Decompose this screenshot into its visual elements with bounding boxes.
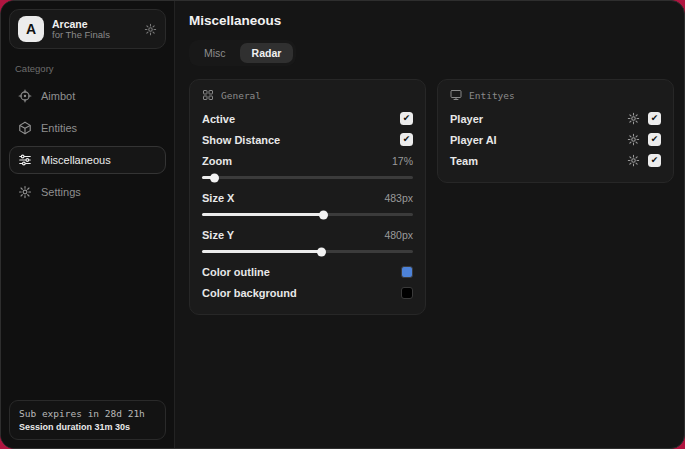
- setting-row-show-distance: Show Distance ✔: [202, 129, 413, 150]
- page-title: Miscellaneous: [189, 13, 674, 28]
- size-y-slider[interactable]: [202, 250, 413, 253]
- check-icon: ✔: [651, 114, 659, 123]
- sidebar-item-label: Aimbot: [41, 90, 75, 102]
- entities-panel-header: Entityes: [450, 89, 661, 101]
- setting-label: Size Y: [202, 229, 234, 241]
- zoom-slider[interactable]: [202, 176, 413, 179]
- setting-label: Active: [202, 113, 235, 125]
- grid-icon: [202, 89, 214, 101]
- sidebar: A Arcane for The Finals Category Aimbot: [1, 1, 175, 448]
- size-x-slider[interactable]: [202, 213, 413, 216]
- setting-label: Color outline: [202, 266, 270, 278]
- setting-row-color-outline: Color outline: [202, 261, 413, 282]
- general-panel-header: General: [202, 89, 413, 101]
- general-panel: General Active ✔ Show Distance ✔ Zoom: [189, 79, 426, 315]
- setting-label: Color background: [202, 287, 297, 299]
- app-logo: A: [18, 16, 44, 42]
- show-distance-checkbox[interactable]: ✔: [400, 133, 413, 146]
- tab-misc[interactable]: Misc: [192, 43, 238, 63]
- setting-label: Show Distance: [202, 134, 280, 146]
- setting-row-active: Active ✔: [202, 108, 413, 129]
- color-outline-swatch[interactable]: [401, 266, 413, 278]
- entity-controls: ✔: [627, 133, 661, 146]
- setting-row-size-y: Size Y 480px: [202, 224, 413, 245]
- tab-group: Misc Radar: [189, 40, 296, 66]
- check-icon: ✔: [651, 156, 659, 165]
- gear-icon[interactable]: [627, 154, 640, 167]
- entities-panel-title: Entityes: [469, 90, 515, 101]
- entity-controls: ✔: [627, 154, 661, 167]
- tab-radar[interactable]: Radar: [240, 43, 294, 63]
- crosshair-icon: [18, 89, 32, 103]
- player-checkbox[interactable]: ✔: [648, 112, 661, 125]
- entity-controls: ✔: [627, 112, 661, 125]
- check-icon: ✔: [403, 135, 411, 144]
- entity-label: Team: [450, 155, 478, 167]
- color-background-swatch[interactable]: [401, 287, 413, 299]
- slider-fill: [202, 176, 215, 179]
- slider-thumb[interactable]: [317, 247, 326, 256]
- active-checkbox[interactable]: ✔: [400, 112, 413, 125]
- setting-row-zoom: Zoom 17%: [202, 150, 413, 171]
- entity-label: Player: [450, 113, 483, 125]
- player-ai-checkbox[interactable]: ✔: [648, 133, 661, 146]
- app-subtitle: for The Finals: [52, 30, 136, 41]
- main-content: Miscellaneous Misc Radar General Active: [175, 1, 685, 448]
- team-checkbox[interactable]: ✔: [648, 154, 661, 167]
- cube-icon: [18, 121, 32, 135]
- size-y-value: 480px: [384, 229, 413, 241]
- app-name: Arcane: [52, 18, 136, 30]
- app-window: A Arcane for The Finals Category Aimbot: [0, 0, 685, 449]
- zoom-value: 17%: [392, 155, 413, 167]
- category-label: Category: [15, 63, 160, 74]
- sliders-icon: [18, 153, 32, 167]
- app-meta: Arcane for The Finals: [52, 18, 136, 41]
- app-header-card: A Arcane for The Finals: [9, 9, 166, 49]
- sidebar-item-miscellaneous[interactable]: Miscellaneous: [9, 146, 166, 174]
- sidebar-item-label: Entities: [41, 122, 77, 134]
- gear-icon[interactable]: [627, 112, 640, 125]
- setting-row-color-background: Color background: [202, 282, 413, 303]
- size-x-value: 483px: [384, 192, 413, 204]
- slider-fill: [202, 213, 324, 216]
- entity-row-team: Team ✔: [450, 150, 661, 171]
- sidebar-item-settings[interactable]: Settings: [9, 178, 166, 206]
- sidebar-spacer: [9, 208, 166, 400]
- sidebar-item-label: Miscellaneous: [41, 154, 111, 166]
- session-duration-text: Session duration 31m 30s: [19, 422, 156, 432]
- setting-label: Size X: [202, 192, 234, 204]
- sidebar-item-label: Settings: [41, 186, 81, 198]
- entity-row-player: Player ✔: [450, 108, 661, 129]
- gear-icon: [18, 185, 32, 199]
- panels: General Active ✔ Show Distance ✔ Zoom: [189, 79, 674, 315]
- entities-panel: Entityes Player ✔: [437, 79, 674, 183]
- gear-icon[interactable]: [627, 133, 640, 146]
- entity-label: Player AI: [450, 134, 497, 146]
- check-icon: ✔: [651, 135, 659, 144]
- slider-thumb[interactable]: [210, 173, 219, 182]
- sidebar-item-aimbot[interactable]: Aimbot: [9, 82, 166, 110]
- subscription-card: Sub expires in 28d 21h Session duration …: [9, 400, 166, 440]
- gear-icon[interactable]: [144, 23, 157, 36]
- monitor-icon: [450, 89, 462, 101]
- sidebar-item-entities[interactable]: Entities: [9, 114, 166, 142]
- general-panel-title: General: [221, 90, 261, 101]
- check-icon: ✔: [403, 114, 411, 123]
- entity-row-player-ai: Player AI ✔: [450, 129, 661, 150]
- setting-label: Zoom: [202, 155, 232, 167]
- slider-thumb[interactable]: [319, 210, 328, 219]
- sub-expiry-text: Sub expires in 28d 21h: [19, 408, 156, 419]
- setting-row-size-x: Size X 483px: [202, 187, 413, 208]
- slider-fill: [202, 250, 322, 253]
